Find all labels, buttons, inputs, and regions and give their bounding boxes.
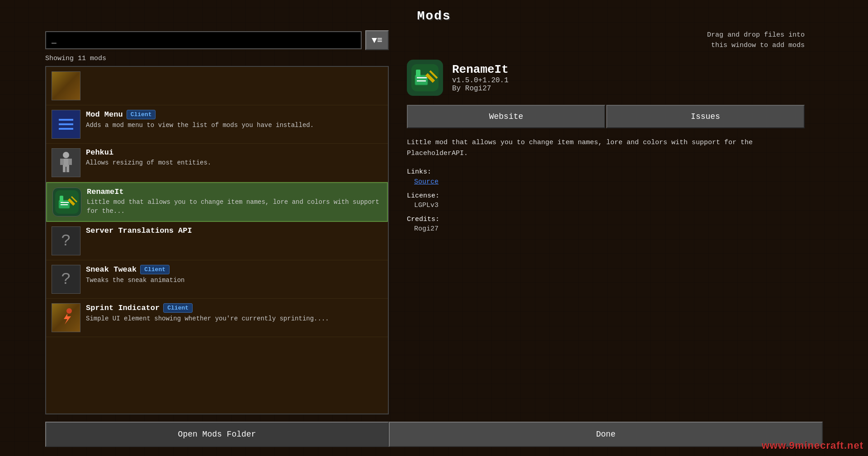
- credits-section: Credits: Rogi27: [407, 216, 805, 233]
- client-badge: Client: [127, 110, 156, 119]
- svg-rect-19: [416, 70, 420, 77]
- mod-detail-version: v1.5.0+1.20.1: [452, 76, 509, 85]
- done-button[interactable]: Done: [389, 422, 823, 447]
- mod-info: Server Translations API: [86, 226, 382, 237]
- detail-buttons: Website Issues: [407, 105, 805, 128]
- mod-name: Pehkui: [86, 148, 113, 157]
- mod-desc: Adds a mod menu to view the list of mods…: [86, 121, 382, 130]
- links-section: Links: Source: [407, 168, 805, 186]
- drag-drop-hint: Drag and drop files into this window to …: [407, 30, 805, 51]
- mod-icon: [52, 303, 80, 332]
- showing-count: Showing 11 mods: [45, 55, 389, 62]
- mod-info: Sprint Indicator Client Simple UI elemen…: [86, 303, 382, 324]
- svg-point-3: [63, 152, 69, 158]
- client-badge: Client: [140, 265, 170, 274]
- list-item[interactable]: ? Sneak Tweak Client Tweaks the sneak an…: [46, 260, 388, 299]
- mod-info: RenameIt Little mod that allows you to c…: [87, 188, 382, 216]
- question-icon: ?: [61, 232, 71, 250]
- mod-list: Mod Menu Client Adds a mod menu to view …: [45, 66, 389, 414]
- filter-icon: ▼≡: [372, 35, 382, 46]
- list-item[interactable]: Mod Menu Client Adds a mod menu to view …: [46, 105, 388, 144]
- issues-button[interactable]: Issues: [606, 105, 805, 128]
- mod-name: Server Translations API: [86, 226, 192, 235]
- svg-point-16: [66, 308, 72, 314]
- list-item[interactable]: Pehkui Allows resizing of most entities.: [46, 144, 388, 182]
- svg-rect-4: [63, 159, 69, 167]
- list-item[interactable]: RenameIt Little mod that allows you to c…: [46, 182, 388, 222]
- svg-rect-2: [59, 128, 73, 130]
- list-item[interactable]: ? Server Translations API: [46, 222, 388, 260]
- left-panel: ▼≡ Showing 11 mods: [45, 30, 389, 414]
- mod-desc: Simple UI element showing whether you're…: [86, 315, 382, 324]
- mod-detail-icon: [407, 60, 443, 96]
- mod-icon: ?: [52, 226, 80, 255]
- mod-detail-desc: Little mod that allows you to change ite…: [407, 137, 805, 159]
- mod-name: Sneak Tweak: [86, 265, 137, 274]
- mod-name-row: Sneak Tweak Client: [86, 265, 382, 274]
- svg-rect-8: [66, 167, 69, 172]
- mod-icon: [52, 148, 80, 177]
- filter-button[interactable]: ▼≡: [365, 30, 389, 50]
- credits-value: Rogi27: [414, 225, 805, 233]
- mod-detail-author: By Rogi27: [452, 85, 509, 93]
- open-mods-folder-button[interactable]: Open Mods Folder: [45, 422, 389, 447]
- watermark: www.9minecraft.net: [762, 440, 863, 451]
- license-value: LGPLv3: [414, 202, 805, 209]
- links-label: Links:: [407, 168, 805, 176]
- mod-detail-title-block: RenameIt v1.5.0+1.20.1 By Rogi27: [452, 63, 509, 93]
- mod-icon: ?: [52, 265, 80, 294]
- client-badge: Client: [163, 303, 193, 313]
- page-title: Mods: [417, 9, 451, 23]
- mod-desc: Allows resizing of most entities.: [86, 159, 382, 168]
- mod-info: Mod Menu Client Adds a mod menu to view …: [86, 110, 382, 130]
- list-item[interactable]: Sprint Indicator Client Simple UI elemen…: [46, 299, 388, 337]
- svg-rect-7: [63, 167, 66, 172]
- license-section: License: LGPLv3: [407, 192, 805, 209]
- mod-name-row: Server Translations API: [86, 226, 382, 235]
- svg-rect-11: [60, 196, 63, 202]
- question-icon: ?: [61, 270, 71, 289]
- credits-label: Credits:: [407, 216, 805, 223]
- mod-icon: [52, 71, 80, 100]
- list-item[interactable]: [46, 67, 388, 105]
- svg-rect-5: [60, 159, 64, 165]
- search-input[interactable]: [45, 31, 362, 49]
- svg-rect-0: [59, 119, 73, 121]
- search-row: ▼≡: [45, 30, 389, 50]
- mod-desc: Tweaks the sneak animation: [86, 276, 382, 285]
- svg-rect-1: [59, 123, 73, 125]
- right-panel: Drag and drop files into this window to …: [389, 30, 823, 414]
- mod-name-row: Pehkui: [86, 148, 382, 157]
- mod-detail-header: RenameIt v1.5.0+1.20.1 By Rogi27: [407, 60, 805, 96]
- mod-name: RenameIt: [87, 188, 124, 196]
- svg-rect-6: [68, 159, 72, 165]
- mod-name-row: RenameIt: [87, 188, 382, 196]
- mod-info: Sneak Tweak Client Tweaks the sneak anim…: [86, 265, 382, 285]
- mod-icon: [52, 188, 81, 216]
- mod-icon: [52, 110, 80, 139]
- bottom-buttons: Open Mods Folder Done: [45, 422, 823, 447]
- mod-name: Sprint Indicator: [86, 304, 160, 312]
- mod-name-row: Sprint Indicator Client: [86, 303, 382, 313]
- mod-detail-name: RenameIt: [452, 63, 509, 76]
- mod-desc: Little mod that allows you to change ite…: [87, 198, 382, 216]
- mod-info: Pehkui Allows resizing of most entities.: [86, 148, 382, 168]
- license-label: License:: [407, 192, 805, 200]
- source-link[interactable]: Source: [414, 178, 439, 186]
- mod-name: Mod Menu: [86, 110, 123, 119]
- website-button[interactable]: Website: [407, 105, 605, 128]
- mod-name-row: Mod Menu Client: [86, 110, 382, 119]
